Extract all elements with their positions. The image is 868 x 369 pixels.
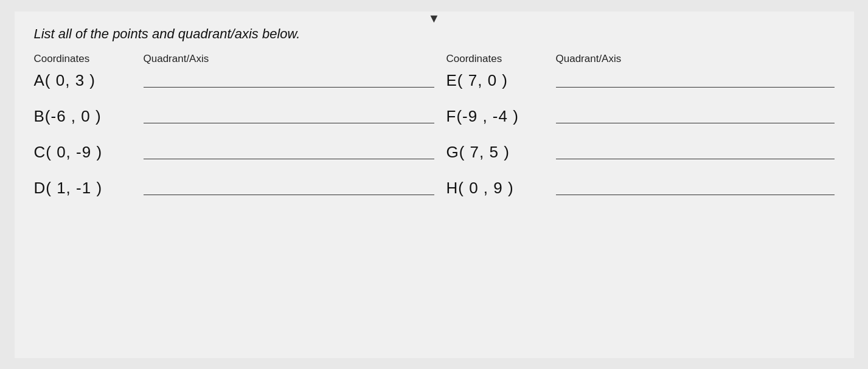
point-b-coords: B(-6 , 0 ) <box>34 107 144 126</box>
left-headers: Coordinates Quadrant/Axis <box>34 53 434 65</box>
column-left: A( 0, 3 ) B(-6 , 0 ) C( 0, -9 ) D( 1, -1… <box>34 71 434 198</box>
right-quadrant-header: Quadrant/Axis <box>556 53 622 65</box>
answer-line-c <box>144 159 434 159</box>
answer-line-e <box>556 87 835 88</box>
point-a-coords: A( 0, 3 ) <box>34 71 144 90</box>
point-c-coords: C( 0, -9 ) <box>34 143 144 162</box>
point-f-coords: F(-9 , -4 ) <box>446 107 556 126</box>
right-headers: Coordinates Quadrant/Axis <box>434 53 835 65</box>
answer-line-b <box>144 123 434 123</box>
row-e: E( 7, 0 ) <box>446 71 835 90</box>
answer-line-a <box>144 87 434 88</box>
instructions: List all of the points and quadrant/axis… <box>34 26 835 42</box>
row-g: G( 7, 5 ) <box>446 143 835 162</box>
answer-line-h <box>556 195 835 195</box>
column-right: E( 7, 0 ) F(-9 , -4 ) G( 7, 5 ) H( 0 , 9… <box>434 71 835 198</box>
left-coordinates-header: Coordinates <box>34 53 144 65</box>
row-d: D( 1, -1 ) <box>34 179 434 198</box>
point-h-coords: H( 0 , 9 ) <box>446 179 556 198</box>
point-e-coords: E( 7, 0 ) <box>446 71 556 90</box>
page: ▼ List all of the points and quadrant/ax… <box>15 12 854 358</box>
answer-line-f <box>556 123 835 123</box>
point-g-coords: G( 7, 5 ) <box>446 143 556 162</box>
row-a: A( 0, 3 ) <box>34 71 434 90</box>
row-c: C( 0, -9 ) <box>34 143 434 162</box>
point-d-coords: D( 1, -1 ) <box>34 179 144 198</box>
column-headers: Coordinates Quadrant/Axis Coordinates Qu… <box>34 53 835 65</box>
arrow-down: ▼ <box>428 12 440 26</box>
answer-line-g <box>556 159 835 159</box>
row-f: F(-9 , -4 ) <box>446 107 835 126</box>
answer-line-d <box>144 195 434 195</box>
rows-container: A( 0, 3 ) B(-6 , 0 ) C( 0, -9 ) D( 1, -1… <box>34 71 835 198</box>
left-quadrant-header: Quadrant/Axis <box>144 53 209 65</box>
right-coordinates-header: Coordinates <box>446 53 556 65</box>
row-h: H( 0 , 9 ) <box>446 179 835 198</box>
row-b: B(-6 , 0 ) <box>34 107 434 126</box>
